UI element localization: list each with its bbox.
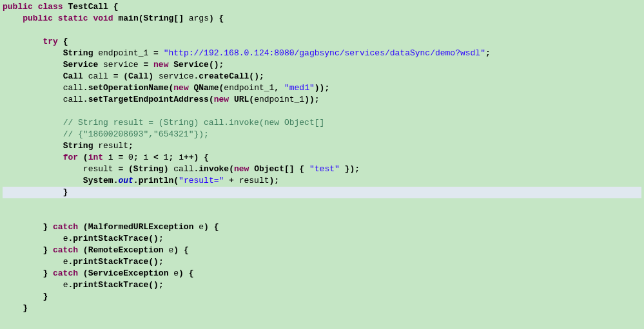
code-line: System.out.println("result=" + result); xyxy=(3,176,279,185)
code-line: public static void main(String[] args) { xyxy=(3,14,224,23)
code-line: e.printStackTrace(); xyxy=(3,234,164,243)
code-line: } xyxy=(3,292,48,301)
code-line: // String result = (String) call.invoke(… xyxy=(3,118,324,127)
code-line: } catch (ServiceException e) { xyxy=(3,268,194,278)
static-field-out: out xyxy=(118,176,133,185)
code-line: try { xyxy=(3,37,68,46)
code-line: result = (String) call.invoke(new Object… xyxy=(3,164,360,174)
code-block: public class TestCall { public static vo… xyxy=(0,0,644,319)
class-name: TestCall xyxy=(68,2,108,12)
keyword-public: public xyxy=(3,2,33,12)
code-line: // {"18600208693","654321"}); xyxy=(3,129,209,139)
string-literal: "http://192.168.0.124:8080/gagbsync/serv… xyxy=(164,48,485,58)
code-line: } xyxy=(3,303,28,313)
code-line: for (int i = 0; i < 1; i++) { xyxy=(3,153,209,162)
code-line: call.setOperationName(new QName(endpoint… xyxy=(3,83,329,93)
code-line: } catch (MalformedURLException e) { xyxy=(3,222,219,232)
code-line: Call call = (Call) service.createCall(); xyxy=(3,71,264,81)
code-line: public class TestCall { xyxy=(3,2,118,12)
code-line: Service service = new Service(); xyxy=(3,60,224,70)
code-line: call.setTargetEndpointAddress(new URL(en… xyxy=(3,95,320,104)
keyword-class: class xyxy=(38,2,63,12)
comment: // {"18600208693","654321"}); xyxy=(63,129,209,139)
highlighted-line: } xyxy=(3,187,641,198)
code-line: String result; xyxy=(3,141,133,151)
code-line: String endpoint_1 = "http://192.168.0.12… xyxy=(3,48,491,58)
comment: // String result = (String) call.invoke(… xyxy=(63,118,325,127)
code-line: } catch (RemoteException e) { xyxy=(3,245,189,255)
code-line: e.printStackTrace(); xyxy=(3,257,164,267)
code-line: e.printStackTrace(); xyxy=(3,280,164,290)
